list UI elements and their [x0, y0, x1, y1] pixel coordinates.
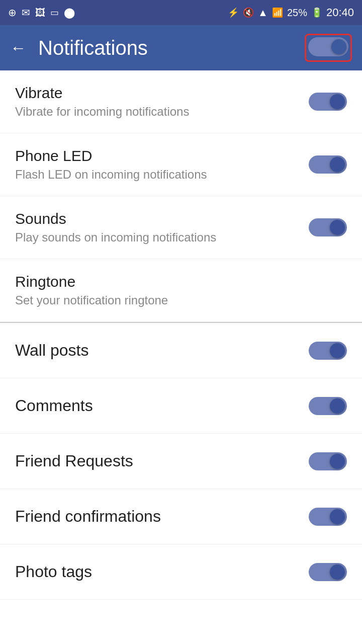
phone-led-setting: Phone LED Flash LED on incoming notifica…: [0, 133, 362, 196]
sounds-toggle[interactable]: [309, 218, 347, 236]
back-button[interactable]: ←: [10, 39, 26, 57]
signal-icon: 📶: [272, 7, 283, 18]
wall-posts-toggle[interactable]: [309, 342, 347, 360]
bluetooth-mute-icon: ⚡: [228, 7, 239, 18]
wifi-icon: ▲: [258, 7, 268, 19]
friend-confirmations-toggle-track: [309, 508, 347, 526]
ringtone-setting[interactable]: Ringtone Set your notification ringtone: [0, 259, 362, 322]
photo-tags-toggle-track: [309, 563, 347, 581]
sounds-toggle-thumb: [330, 220, 345, 235]
status-bar-right-icons: ⚡ 🔇 ▲ 📶 25% 🔋 20:40: [228, 6, 354, 19]
page-title: Notifications: [38, 37, 305, 59]
comments-toggle-thumb: [330, 398, 345, 414]
ringtone-title: Ringtone: [15, 273, 347, 290]
vibrate-toggle-thumb: [330, 94, 345, 109]
wall-posts-toggle-track: [309, 342, 347, 360]
tablet-icon: ▭: [50, 7, 59, 18]
sounds-toggle-track: [309, 218, 347, 236]
status-bar: ⊕ ✉ 🖼 ▭ ⬤ ⚡ 🔇 ▲ 📶 25% 🔋 20:40: [0, 0, 362, 25]
friend-confirmations-toggle[interactable]: [309, 508, 347, 526]
phone-led-toggle[interactable]: [309, 155, 347, 174]
master-toggle[interactable]: [308, 37, 348, 56]
sounds-title: Sounds: [15, 210, 299, 227]
volume-mute-icon: 🔇: [243, 7, 254, 18]
vibrate-setting: Vibrate Vibrate for incoming notificatio…: [0, 70, 362, 133]
wall-posts-setting: Wall posts: [0, 323, 362, 378]
vibrate-toggle[interactable]: [309, 93, 347, 111]
photo-tags-title: Photo tags: [15, 562, 92, 581]
email-icon: ✉: [22, 7, 30, 19]
photo-tags-setting: Photo tags: [0, 544, 362, 600]
sounds-subtitle: Play sounds on incoming notifications: [15, 230, 299, 245]
friend-requests-toggle[interactable]: [309, 452, 347, 470]
vibrate-subtitle: Vibrate for incoming notifications: [15, 105, 299, 119]
photo-tags-toggle[interactable]: [309, 563, 347, 581]
sounds-setting: Sounds Play sounds on incoming notificat…: [0, 196, 362, 259]
status-time: 20:40: [326, 6, 354, 19]
phone-led-subtitle: Flash LED on incoming notifications: [15, 168, 299, 182]
phone-led-toggle-track: [309, 155, 347, 174]
wall-posts-toggle-thumb: [330, 343, 345, 358]
status-bar-left-icons: ⊕ ✉ 🖼 ▭ ⬤: [8, 7, 75, 19]
phone-led-text: Phone LED Flash LED on incoming notifica…: [15, 147, 299, 182]
friend-confirmations-toggle-thumb: [330, 509, 345, 524]
wall-posts-title: Wall posts: [15, 341, 88, 360]
battery-icon: 🔋: [311, 7, 322, 18]
image-icon: 🖼: [35, 7, 45, 19]
battery-percent: 25%: [287, 7, 307, 19]
vibrate-text: Vibrate Vibrate for incoming notificatio…: [15, 85, 299, 119]
header: ← Notifications: [0, 25, 362, 70]
photo-tags-toggle-thumb: [330, 565, 345, 580]
phone-led-toggle-thumb: [330, 157, 345, 172]
vodafone-icon: ⬤: [64, 7, 75, 19]
pinterest-icon: ⊕: [8, 7, 17, 19]
sounds-text: Sounds Play sounds on incoming notificat…: [15, 210, 299, 245]
comments-title: Comments: [15, 396, 93, 415]
master-toggle-thumb: [331, 39, 346, 54]
master-toggle-wrapper[interactable]: [305, 34, 352, 62]
friend-requests-setting: Friend Requests: [0, 434, 362, 489]
comments-toggle-track: [309, 397, 347, 415]
settings-content: Vibrate Vibrate for incoming notificatio…: [0, 70, 362, 600]
vibrate-title: Vibrate: [15, 85, 299, 102]
friend-requests-title: Friend Requests: [15, 452, 133, 470]
comments-toggle[interactable]: [309, 397, 347, 415]
friend-requests-toggle-track: [309, 452, 347, 470]
master-toggle-track: [308, 37, 348, 56]
comments-setting: Comments: [0, 378, 362, 434]
friend-confirmations-title: Friend confirmations: [15, 507, 161, 526]
ringtone-subtitle: Set your notification ringtone: [15, 293, 347, 307]
phone-led-title: Phone LED: [15, 147, 299, 165]
friend-requests-toggle-thumb: [330, 454, 345, 469]
friend-confirmations-setting: Friend confirmations: [0, 489, 362, 544]
vibrate-toggle-track: [309, 93, 347, 111]
